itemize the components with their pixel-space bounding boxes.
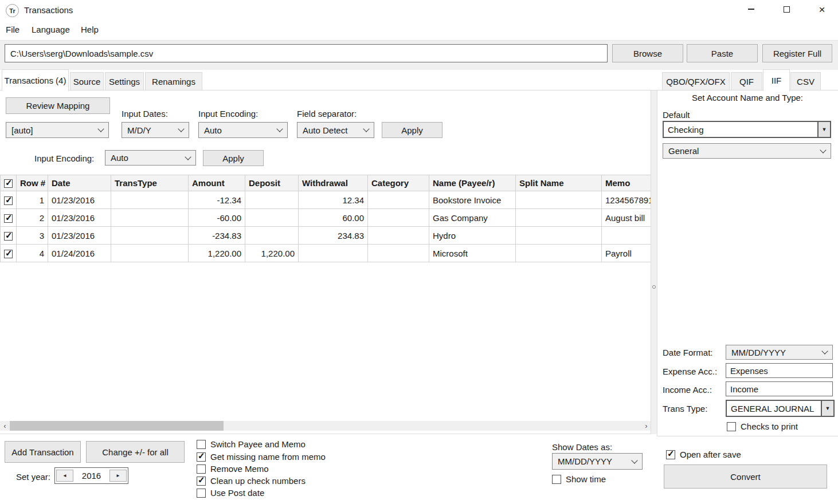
cell-row-num[interactable]: 2 (17, 209, 48, 227)
show-time-checkbox[interactable]: ✓ (552, 475, 561, 484)
tab-settings[interactable]: Settings (105, 72, 144, 90)
account-type-select[interactable]: General (663, 143, 831, 159)
table-row[interactable]: ✓ 4 01/24/2016 1,220.00 1,220.00 Microso… (1, 245, 652, 262)
cell-date[interactable]: 01/23/2016 (48, 227, 111, 245)
tab-source[interactable]: Source (70, 72, 104, 90)
dropdown-arrow-icon[interactable]: ▼ (817, 122, 830, 137)
income-acc-input[interactable] (726, 381, 833, 396)
input-encoding2-select[interactable]: Auto (105, 150, 196, 166)
horizontal-scrollbar[interactable]: ‹ › (0, 421, 651, 431)
checks-to-print-option[interactable]: ✓ Checks to print (727, 422, 798, 431)
tab-renamings[interactable]: Renamings (145, 72, 202, 90)
row-checkbox[interactable]: ✓ (4, 196, 13, 205)
col-header-withdrawal[interactable]: Withdrawal (299, 175, 368, 191)
expense-acc-input[interactable] (726, 363, 833, 378)
col-header-name[interactable]: Name (Payee/r) (429, 175, 516, 191)
tab-qbo-qfx-ofx[interactable]: QBO/QFX/OFX (662, 72, 730, 90)
col-header-split-name[interactable]: Split Name (516, 175, 602, 191)
cell-deposit[interactable] (245, 191, 299, 209)
cell-withdrawal[interactable] (299, 245, 368, 262)
input-dates-select[interactable]: M/D/Y (122, 122, 189, 138)
table-row[interactable]: ✓ 1 01/23/2016 -12.34 12.34 Bookstore In… (1, 191, 652, 209)
cell-date[interactable]: 01/23/2016 (48, 209, 111, 227)
menu-file[interactable]: File (6, 23, 19, 36)
review-mapping-button[interactable]: Review Mapping (6, 97, 110, 114)
year-decrement-button[interactable]: ◄ (56, 470, 73, 482)
cell-transtype[interactable] (111, 245, 189, 262)
file-path-input[interactable] (5, 44, 608, 62)
cell-split-name[interactable] (516, 209, 602, 227)
cell-deposit[interactable]: 1,220.00 (245, 245, 299, 262)
scroll-right-arrow[interactable]: › (641, 421, 651, 431)
clean-check-numbers-checkbox[interactable]: ✓ (197, 477, 206, 486)
cell-row-num[interactable]: 4 (17, 245, 48, 262)
select-all-checkbox[interactable]: ✓ (4, 179, 13, 188)
tab-qif[interactable]: QIF (731, 72, 762, 90)
row-checkbox[interactable]: ✓ (4, 250, 13, 258)
cell-deposit[interactable] (245, 227, 299, 245)
row-checkbox[interactable]: ✓ (4, 214, 13, 223)
cell-date[interactable]: 01/23/2016 (48, 191, 111, 209)
option-get-missing-name[interactable]: ✓ Get missing name from memo (197, 452, 326, 462)
option-switch-payee-memo[interactable]: ✓ Switch Payee and Memo (197, 439, 306, 449)
select-all-header[interactable]: ✓ (1, 175, 17, 191)
table-row[interactable]: ✓ 3 01/23/2016 -234.83 234.83 Hydro (1, 227, 652, 245)
scrollbar-thumb[interactable] (10, 421, 224, 431)
cell-split-name[interactable] (516, 227, 602, 245)
cell-deposit[interactable] (245, 209, 299, 227)
change-sign-button[interactable]: Change +/- for all (86, 441, 185, 463)
trans-type-combo[interactable]: GENERAL JOURNAL ▼ (726, 400, 835, 417)
apply-separator-button[interactable]: Apply (382, 122, 443, 138)
apply-encoding-button[interactable]: Apply (203, 150, 264, 166)
cell-name[interactable]: Bookstore Invoice (429, 191, 516, 209)
convert-button[interactable]: Convert (664, 464, 827, 489)
cell-category[interactable] (368, 227, 429, 245)
checks-to-print-checkbox[interactable]: ✓ (727, 422, 736, 431)
tab-iif[interactable]: IIF (763, 69, 790, 91)
use-post-date-checkbox[interactable]: ✓ (197, 489, 206, 498)
open-after-save-option[interactable]: ✓ Open after save (666, 450, 741, 459)
cell-row-num[interactable]: 1 (17, 191, 48, 209)
cell-memo[interactable] (602, 227, 652, 245)
col-header-row-num[interactable]: Row # (17, 175, 48, 191)
cell-amount[interactable]: 1,220.00 (189, 245, 245, 262)
tab-csv[interactable]: CSV (790, 72, 821, 90)
cell-transtype[interactable] (111, 191, 189, 209)
cell-row-num[interactable]: 3 (17, 227, 48, 245)
cell-withdrawal[interactable]: 234.83 (299, 227, 368, 245)
show-dates-as-select[interactable]: MM/DD/YYYY (552, 453, 643, 470)
cell-amount[interactable]: -234.83 (189, 227, 245, 245)
cell-transtype[interactable] (111, 209, 189, 227)
remove-memo-checkbox[interactable]: ✓ (197, 464, 206, 474)
cell-transtype[interactable] (111, 227, 189, 245)
set-year-spinner[interactable]: ◄ 2016 ► (54, 467, 128, 484)
col-header-memo[interactable]: Memo (602, 175, 652, 191)
col-header-category[interactable]: Category (368, 175, 429, 191)
scroll-left-arrow[interactable]: ‹ (0, 421, 10, 431)
open-after-save-checkbox[interactable]: ✓ (666, 450, 675, 459)
cell-category[interactable] (368, 209, 429, 227)
register-full-button[interactable]: Register Full (762, 44, 832, 62)
col-header-transtype[interactable]: TransType (111, 175, 189, 191)
cell-name[interactable]: Gas Company (429, 209, 516, 227)
cell-category[interactable] (368, 245, 429, 262)
close-button[interactable]: × (809, 0, 835, 18)
cell-category[interactable] (368, 191, 429, 209)
col-header-amount[interactable]: Amount (189, 175, 245, 191)
col-header-date[interactable]: Date (48, 175, 111, 191)
minimize-button[interactable] (738, 0, 764, 18)
field-separator-select[interactable]: Auto Detect (297, 122, 374, 138)
splitter-handle[interactable] (651, 90, 657, 434)
date-format-select[interactable]: MM/DD/YYYY (726, 345, 833, 360)
cell-amount[interactable]: -12.34 (189, 191, 245, 209)
col-header-deposit[interactable]: Deposit (245, 175, 299, 191)
cell-split-name[interactable] (516, 191, 602, 209)
cell-memo[interactable]: August bill (602, 209, 652, 227)
menu-language[interactable]: Language (32, 23, 70, 36)
row-checkbox[interactable]: ✓ (4, 232, 13, 241)
dropdown-arrow-icon[interactable]: ▼ (821, 401, 833, 416)
browse-button[interactable]: Browse (612, 44, 683, 62)
menu-help[interactable]: Help (81, 23, 99, 36)
tab-transactions[interactable]: Transactions (4) (2, 69, 69, 91)
input-encoding-select[interactable]: Auto (198, 122, 288, 138)
